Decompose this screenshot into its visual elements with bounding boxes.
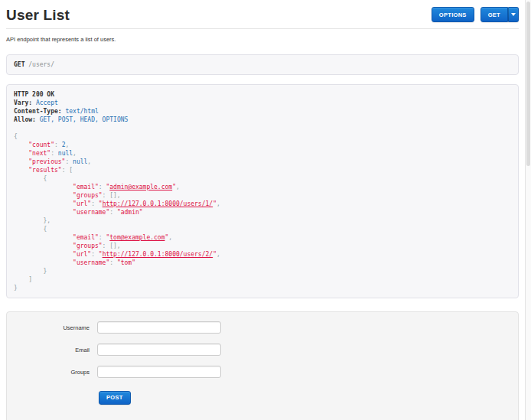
code-segment: Allow: (14, 116, 36, 123)
code-segment: : (91, 251, 99, 258)
form-row-username: Username (7, 321, 518, 334)
response-link[interactable]: tom@example.com (109, 234, 165, 241)
form-actions: POST (99, 389, 518, 405)
code-segment: , (168, 234, 172, 241)
code-line: "count": 2, (14, 141, 511, 149)
code-segment (14, 184, 73, 190)
code-segment: { (44, 226, 47, 233)
code-line: "email": "tom@example.com", (14, 233, 511, 242)
chevron-down-icon (511, 13, 516, 16)
options-button[interactable]: OPTIONS (432, 7, 474, 22)
code-segment (14, 150, 28, 157)
code-line: "username": "admin" (14, 208, 511, 217)
page-header: User List OPTIONS GET (6, 0, 519, 24)
request-method: GET (14, 61, 24, 68)
code-line: "groups": [], (14, 191, 511, 200)
code-line: "next": null, (14, 149, 511, 158)
get-button[interactable]: GET (481, 7, 508, 22)
code-segment (14, 175, 44, 182)
header-buttons: OPTIONS GET (432, 6, 519, 22)
code-segment: Vary: (14, 99, 32, 106)
code-segment: HTTP 200 OK (14, 91, 54, 98)
code-segment: { (14, 133, 18, 140)
code-line: { (14, 225, 511, 233)
code-segment: : (99, 184, 106, 190)
code-segment: GET, POST, HEAD, OPTIONS (40, 116, 129, 123)
code-line: } (14, 267, 511, 275)
code-segment: text/html (65, 108, 98, 115)
groups-input[interactable] (97, 366, 221, 378)
response-link[interactable]: http://127.0.0.1:8000/users/1/ (103, 200, 213, 207)
code-segment: "tom" (117, 259, 135, 266)
code-line: Vary: Accept (14, 99, 511, 107)
code-segment: null (73, 158, 87, 165)
code-segment: : (91, 200, 99, 207)
code-segment (14, 276, 28, 283)
code-segment: "next" (28, 150, 50, 157)
code-segment: , (65, 142, 69, 148)
get-button-group: GET (481, 7, 519, 22)
code-segment (14, 259, 73, 266)
code-segment: Content-Type: (14, 108, 62, 115)
code-segment: "count" (28, 142, 54, 148)
form-row-groups: Groups (7, 366, 518, 378)
code-segment: : (65, 158, 73, 165)
code-line: "username": "tom" (14, 259, 511, 267)
code-segment: : [], (103, 243, 121, 249)
code-segment (14, 226, 44, 233)
code-line: { (14, 132, 511, 141)
response-link[interactable]: admin@example.com (109, 184, 172, 190)
code-segment: "groups" (73, 192, 103, 199)
code-segment: : (109, 259, 117, 266)
page: User List OPTIONS GET API endpoint that … (6, 0, 519, 420)
code-segment: "email" (73, 184, 99, 190)
code-segment: { (44, 175, 47, 182)
code-line: }, (14, 217, 511, 225)
header-divider (6, 28, 519, 29)
code-segment: , (87, 158, 91, 165)
scrollbar-track[interactable] (525, 0, 531, 420)
code-segment: } (14, 285, 18, 291)
code-segment: , (217, 200, 220, 207)
username-input[interactable] (97, 321, 221, 334)
code-segment (14, 243, 73, 249)
code-segment: : (54, 142, 62, 148)
code-segment: "url" (73, 251, 91, 258)
email-label: Email (7, 343, 90, 353)
create-user-form: Username Email Groups POST (6, 311, 519, 420)
code-segment (14, 167, 28, 174)
code-segment: "previous" (28, 158, 65, 165)
code-segment: "results" (28, 167, 61, 174)
code-segment (14, 217, 44, 224)
request-line: GET /users/ (6, 54, 519, 75)
response-body: HTTP 200 OKVary: AcceptContent-Type: tex… (6, 84, 519, 298)
code-line: Allow: GET, POST, HEAD, OPTIONS (14, 116, 511, 124)
post-button[interactable]: POST (99, 391, 131, 405)
code-segment: : (109, 209, 117, 216)
endpoint-description: API endpoint that represents a list of u… (6, 36, 519, 43)
code-segment (14, 158, 28, 165)
code-segment (14, 200, 73, 207)
email-input[interactable] (97, 343, 221, 356)
groups-label: Groups (7, 366, 90, 376)
code-segment (14, 251, 73, 258)
code-segment: ] (28, 276, 32, 283)
get-dropdown-toggle[interactable] (508, 7, 519, 22)
code-line: "previous": null, (14, 158, 511, 166)
scrollbar-thumb[interactable] (526, 2, 530, 166)
code-line: "email": "admin@example.com", (14, 183, 511, 191)
code-segment: }, (44, 217, 51, 224)
code-segment: "email" (73, 234, 99, 241)
code-segment: "username" (73, 259, 109, 266)
page-title: User List (6, 6, 70, 24)
code-segment: "admin" (117, 209, 143, 216)
code-segment (14, 192, 73, 199)
code-segment (14, 268, 44, 275)
code-segment: : [ (62, 167, 73, 174)
response-link[interactable]: http://127.0.0.1:8000/users/2/ (103, 251, 213, 258)
code-segment (14, 209, 73, 216)
code-line: HTTP 200 OK (14, 90, 511, 99)
code-segment: null (58, 150, 73, 157)
code-segment: : (50, 150, 58, 157)
code-segment: , (176, 184, 180, 190)
